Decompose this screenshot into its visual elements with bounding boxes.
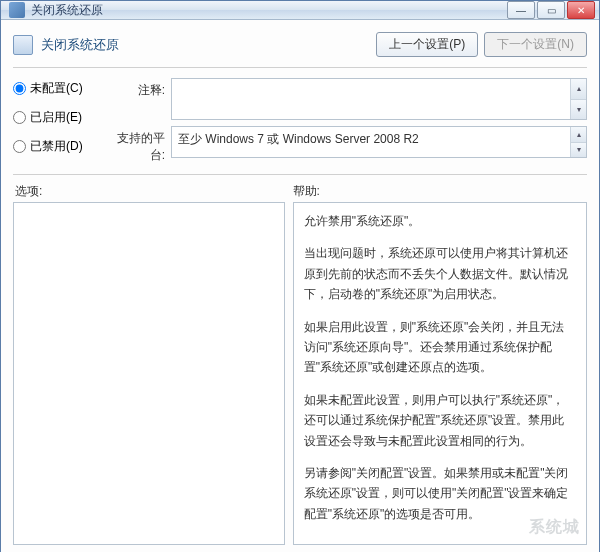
maximize-button[interactable]: ▭ [537, 1, 565, 19]
help-paragraph: 允许禁用"系统还原"。 [304, 211, 576, 231]
radio-disabled[interactable]: 已禁用(D) [13, 138, 91, 155]
supported-platform-field: 至少 Windows 7 或 Windows Server 2008 R2 ▴ … [171, 126, 587, 158]
help-paragraph: 当出现问题时，系统还原可以使用户将其计算机还原到先前的状态而不丢失个人数据文件。… [304, 243, 576, 304]
radio-not-configured-label: 未配置(C) [30, 80, 83, 97]
window-controls: — ▭ ✕ [507, 1, 595, 19]
supported-platform-value: 至少 Windows 7 或 Windows Server 2008 R2 [178, 132, 419, 146]
close-button[interactable]: ✕ [567, 1, 595, 19]
platform-scroll-down[interactable]: ▾ [570, 143, 586, 158]
radio-enabled-label: 已启用(E) [30, 109, 82, 126]
policy-icon [13, 35, 33, 55]
help-panel[interactable]: 允许禁用"系统还原"。 当出现问题时，系统还原可以使用户将其计算机还原到先前的状… [293, 202, 587, 545]
comment-input[interactable]: ▴ ▾ [171, 78, 587, 120]
help-paragraph: 如果启用此设置，则"系统还原"会关闭，并且无法访问"系统还原向导"。还会禁用通过… [304, 317, 576, 378]
radio-enabled[interactable]: 已启用(E) [13, 109, 91, 126]
previous-setting-button[interactable]: 上一个设置(P) [376, 32, 478, 57]
page-title: 关闭系统还原 [41, 36, 119, 54]
comment-scroll-down[interactable]: ▾ [570, 100, 586, 120]
minimize-button[interactable]: — [507, 1, 535, 19]
panels-row: 允许禁用"系统还原"。 当出现问题时，系统还原可以使用户将其计算机还原到先前的状… [13, 202, 587, 545]
next-setting-button: 下一个设置(N) [484, 32, 587, 57]
radio-not-configured-input[interactable] [13, 82, 26, 95]
window-title: 关闭系统还原 [29, 2, 507, 19]
help-section-label: 帮助: [289, 183, 587, 200]
comment-scroll-up[interactable]: ▴ [570, 79, 586, 100]
policy-dialog: 关闭系统还原 — ▭ ✕ 关闭系统还原 上一个设置(P) 下一个设置(N) 未配… [0, 0, 600, 552]
radio-not-configured[interactable]: 未配置(C) [13, 80, 91, 97]
header-row: 关闭系统还原 上一个设置(P) 下一个设置(N) [13, 28, 587, 68]
radio-disabled-label: 已禁用(D) [30, 138, 83, 155]
app-icon [9, 2, 25, 18]
section-labels: 选项: 帮助: [13, 175, 587, 202]
radio-disabled-input[interactable] [13, 140, 26, 153]
comment-label: 注释: [103, 78, 165, 99]
platform-scroll-up[interactable]: ▴ [570, 127, 586, 143]
platform-label: 支持的平台: [103, 126, 165, 164]
content-area: 关闭系统还原 上一个设置(P) 下一个设置(N) 未配置(C) 已启用(E) [1, 20, 599, 552]
config-row: 未配置(C) 已启用(E) 已禁用(D) 注释: ▴ [13, 68, 587, 175]
options-section-label: 选项: [13, 183, 289, 200]
state-radio-group: 未配置(C) 已启用(E) 已禁用(D) [13, 78, 91, 164]
radio-enabled-input[interactable] [13, 111, 26, 124]
titlebar: 关闭系统还原 — ▭ ✕ [1, 1, 599, 20]
help-paragraph: 另请参阅"关闭配置"设置。如果禁用或未配置"关闭系统还原"设置，则可以使用"关闭… [304, 463, 576, 524]
options-panel [13, 202, 285, 545]
help-paragraph: 如果未配置此设置，则用户可以执行"系统还原"，还可以通过系统保护配置"系统还原"… [304, 390, 576, 451]
